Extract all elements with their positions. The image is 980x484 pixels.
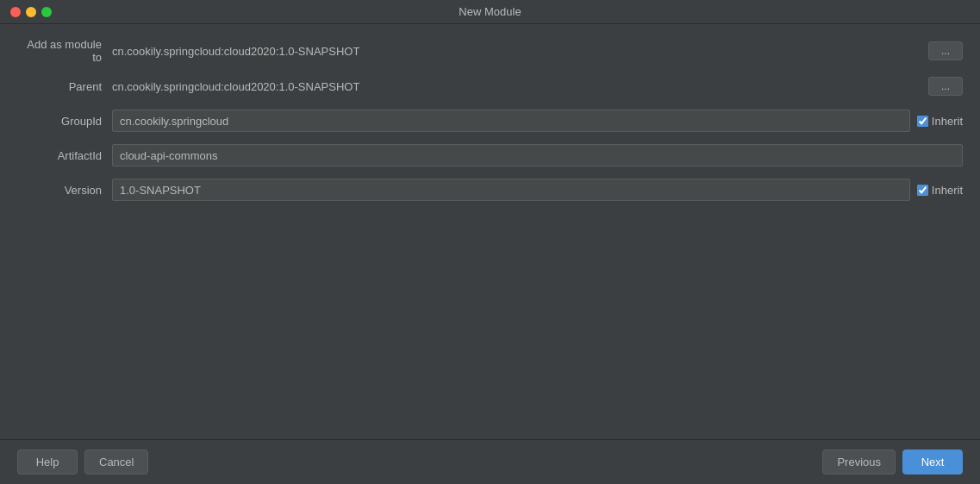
- add-as-module-value: cn.cookily.springcloud:cloud2020:1.0-SNA…: [112, 45, 921, 58]
- maximize-button[interactable]: [41, 7, 52, 17]
- version-inherit-label: Inherit: [917, 184, 963, 197]
- parent-value-container: cn.cookily.springcloud:cloud2020:1.0-SNA…: [112, 77, 963, 96]
- form-content: Add as module to cn.cookily.springcloud:…: [0, 24, 980, 226]
- parent-value: cn.cookily.springcloud:cloud2020:1.0-SNA…: [112, 80, 921, 93]
- version-row: Version Inherit: [17, 178, 963, 202]
- help-button[interactable]: Help: [17, 449, 78, 475]
- artifact-id-row: ArtifactId: [17, 143, 963, 167]
- version-label: Version: [17, 184, 112, 197]
- group-id-input-container: Inherit: [112, 110, 963, 132]
- artifact-id-input-container: [112, 144, 963, 167]
- artifact-id-input[interactable]: [112, 144, 963, 167]
- add-as-module-ellipsis-button[interactable]: ...: [928, 41, 963, 60]
- artifact-id-label: ArtifactId: [17, 149, 112, 162]
- bottom-right-buttons: Previous Next: [822, 449, 963, 475]
- traffic-lights: [10, 7, 52, 17]
- group-id-row: GroupId Inherit: [17, 109, 963, 133]
- next-button[interactable]: Next: [902, 449, 963, 475]
- group-id-inherit-label: Inherit: [917, 115, 963, 128]
- title-bar: New Module: [0, 0, 980, 24]
- add-as-module-row: Add as module to cn.cookily.springcloud:…: [17, 38, 963, 64]
- cancel-button[interactable]: Cancel: [84, 449, 148, 475]
- window-title: New Module: [459, 5, 521, 18]
- add-as-module-value-container: cn.cookily.springcloud:cloud2020:1.0-SNA…: [112, 41, 963, 60]
- add-as-module-label: Add as module to: [17, 38, 112, 64]
- bottom-left-buttons: Help Cancel: [17, 449, 148, 475]
- version-input-container: Inherit: [112, 179, 963, 201]
- group-id-input[interactable]: [112, 110, 910, 132]
- bottom-bar: Help Cancel Previous Next: [0, 439, 980, 484]
- close-button[interactable]: [10, 7, 21, 17]
- minimize-button[interactable]: [26, 7, 36, 17]
- parent-row: Parent cn.cookily.springcloud:cloud2020:…: [17, 74, 963, 98]
- parent-ellipsis-button[interactable]: ...: [928, 77, 963, 96]
- version-inherit-text: Inherit: [932, 184, 963, 197]
- group-id-label: GroupId: [17, 115, 112, 128]
- parent-label: Parent: [17, 80, 112, 93]
- version-input[interactable]: [112, 179, 910, 201]
- group-id-inherit-checkbox[interactable]: [917, 116, 928, 127]
- previous-button[interactable]: Previous: [822, 449, 896, 475]
- group-id-inherit-text: Inherit: [932, 115, 963, 128]
- version-inherit-checkbox[interactable]: [917, 185, 928, 196]
